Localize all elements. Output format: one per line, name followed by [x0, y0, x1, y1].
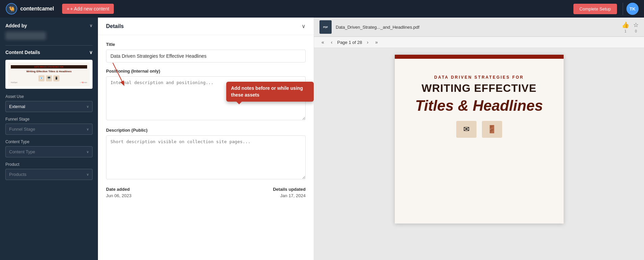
date-row: Date added Jun 06, 2023 Details updated … [106, 187, 306, 198]
first-page-button[interactable]: « [319, 39, 326, 46]
product-chevron-icon: ∨ [86, 173, 89, 176]
details-updated-value: Jan 17, 2024 [273, 193, 306, 198]
pdf-toolbar: PDF Data_Driven_Strateg..._and_Headlines… [314, 18, 644, 37]
pdf-sub-title: DATA DRIVEN STRATEGIES FOR [415, 75, 543, 80]
top-nav: 🐫 contentcamel + + Add new content Compl… [0, 0, 644, 18]
next-page-button[interactable]: › [365, 39, 370, 46]
thumbnail-inner: DATA DRIVEN STRATEGIES FOR Writing Effec… [8, 62, 90, 86]
thumb-icons: 📧 🖥️ 📱 [11, 75, 87, 81]
asset-use-select[interactable]: External ∨ [5, 101, 93, 112]
thumb-footer: HubSpot + 🧠brain [11, 81, 87, 83]
thumb-icon-3: 📱 [53, 75, 59, 81]
app-name: contentcamel [20, 6, 54, 12]
details-updated-label: Details updated [273, 187, 306, 192]
pdf-icon-door: 🚪 [482, 121, 502, 138]
product-placeholder: Products [9, 172, 26, 177]
complete-setup-button[interactable]: Complete Setup [573, 4, 617, 14]
add-content-label: + Add new content [70, 6, 109, 11]
funnel-stage-placeholder: Funnel Stage [9, 127, 35, 132]
svg-text:🐫: 🐫 [9, 6, 15, 12]
title-input[interactable] [106, 50, 306, 62]
details-body: Title Positioning (Internal only) Descri… [98, 35, 314, 205]
prev-page-button[interactable]: ‹ [329, 39, 335, 46]
content-type-placeholder: Content Type [9, 149, 35, 154]
pdf-icon-row: ✉ 🚪 [415, 121, 543, 138]
plus-icon: + [67, 6, 70, 11]
asset-use-chevron-icon: ∨ [86, 105, 89, 108]
pdf-panel: PDF Data_Driven_Strateg..._and_Headlines… [314, 18, 644, 260]
page-info: Page 1 of 28 [337, 40, 362, 45]
pdf-filename: Data_Driven_Strateg..._and_Headlines.pdf [336, 25, 618, 30]
title-field-label: Title [106, 42, 306, 47]
like-button[interactable]: 👍 1 [622, 21, 629, 33]
star-icon: ☆ [633, 21, 639, 29]
logo: 🐫 contentcamel [5, 3, 54, 15]
funnel-stage-select[interactable]: Funnel Stage ∨ [5, 124, 93, 135]
asset-use-label: Asset Use [5, 94, 93, 99]
added-by-label: Added by [5, 23, 27, 28]
added-by-section: Added by ∨ [5, 23, 93, 28]
star-button[interactable]: ☆ 0 [633, 21, 639, 33]
details-header: Details ∨ [98, 18, 314, 35]
pdf-file-icon-area: PDF [319, 20, 332, 34]
asset-use-value: External [9, 104, 25, 109]
pdf-content-inner: DATA DRIVEN STRATEGIES FOR Writing Effec… [415, 68, 543, 138]
main-layout: Added by ∨ Content Details ∨ DATA DRIVEN… [0, 18, 644, 260]
pdf-content-area: DATA DRIVEN STRATEGIES FOR Writing Effec… [314, 48, 644, 260]
thumb-brand2: + 🧠brain [80, 81, 87, 83]
details-panel: Details ∨ Add notes before or while usin… [98, 18, 314, 260]
content-details-section: Content Details ∨ [5, 50, 93, 55]
thumb-icon-2: 🖥️ [46, 75, 52, 81]
product-label: Product [5, 162, 93, 167]
content-type-chevron-icon: ∨ [86, 150, 89, 154]
tooltip-text: Add notes before or while using these as… [231, 85, 303, 98]
description-label: Description (Public) [106, 128, 306, 133]
thumbs-up-icon: 👍 [622, 21, 629, 29]
product-select[interactable]: Products ∨ [5, 169, 93, 180]
date-added-label: Date added [106, 187, 131, 192]
added-by-value-blurred [5, 32, 46, 40]
thumb-brand1: HubSpot [11, 81, 17, 83]
pdf-page: DATA DRIVEN STRATEGIES FOR Writing Effec… [395, 55, 564, 224]
last-page-button[interactable]: » [373, 39, 380, 46]
pdf-nav-bar: « ‹ Page 1 of 28 › » [314, 37, 644, 48]
pdf-file-icon: PDF [319, 20, 332, 34]
nav-divider [623, 3, 623, 15]
details-chevron-icon[interactable]: ∨ [302, 23, 306, 29]
like-count: 1 [624, 29, 626, 33]
sidebar-divider [5, 45, 93, 46]
pdf-icon-envelope: ✉ [456, 121, 476, 138]
star-count: 0 [635, 29, 637, 33]
content-details-label: Content Details [5, 50, 40, 55]
details-updated-group: Details updated Jan 17, 2024 [273, 187, 306, 198]
add-content-button[interactable]: + + Add new content [62, 4, 114, 14]
pdf-subtitle: Titles & Headlines [415, 98, 543, 114]
thumb-title: Writing Effective Titles & Headlines [11, 70, 87, 73]
positioning-label: Positioning (Internal only) [106, 69, 306, 74]
tooltip-callout: Add notes before or while using these as… [226, 82, 314, 102]
content-details-chevron[interactable]: ∨ [89, 50, 93, 55]
date-added-value: Jun 06, 2023 [106, 193, 131, 198]
date-added-group: Date added Jun 06, 2023 [106, 187, 131, 198]
logo-icon: 🐫 [5, 3, 18, 15]
content-type-select[interactable]: Content Type ∨ [5, 146, 93, 157]
funnel-stage-label: Funnel Stage [5, 117, 93, 122]
funnel-stage-chevron-icon: ∨ [86, 127, 89, 131]
added-by-chevron[interactable]: ∨ [89, 23, 93, 28]
pdf-top-stripe [395, 55, 564, 59]
description-textarea[interactable] [106, 135, 306, 179]
left-sidebar: Added by ∨ Content Details ∨ DATA DRIVEN… [0, 18, 98, 260]
thumb-header: DATA DRIVEN STRATEGIES FOR [11, 65, 87, 69]
content-type-label: Content Type [5, 139, 93, 144]
user-avatar[interactable]: TK [626, 3, 639, 15]
pdf-main-title: Writing Effective [415, 82, 543, 94]
details-section-title: Details [106, 23, 124, 29]
content-thumbnail: DATA DRIVEN STRATEGIES FOR Writing Effec… [5, 60, 93, 89]
thumb-icon-1: 📧 [38, 75, 45, 81]
